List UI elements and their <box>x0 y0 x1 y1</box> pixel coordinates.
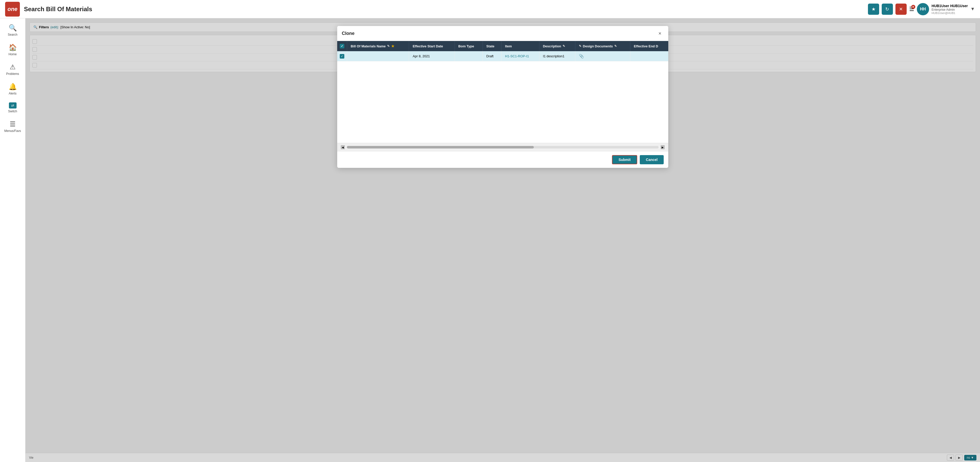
sidebar-item-label-search: Search <box>8 33 18 37</box>
menu-button[interactable]: ☰ ★ <box>909 6 914 13</box>
problems-icon: ⚠ <box>10 63 16 71</box>
col-header-state: State <box>483 41 501 51</box>
table-row: ✓ Apr 8, 2021 Draft H1-SC1-ROP-I1 I1 des… <box>337 51 668 61</box>
design-docs-edit-icon-left[interactable]: ✎ <box>579 44 581 48</box>
empty-area <box>337 61 668 143</box>
clone-modal: Clone × ✓ Bill <box>337 26 668 168</box>
home-icon: 🏠 <box>9 43 17 51</box>
sidebar-item-menus[interactable]: ☰ Menus/Favs <box>1 117 24 136</box>
user-info: HUB1User HUB1User Enterprise Admin HUB1U… <box>932 4 968 14</box>
sidebar-item-alerts[interactable]: 🔔 Alerts <box>1 80 24 98</box>
sidebar-item-home[interactable]: 🏠 Home <box>1 40 24 59</box>
main-layout: 🔍 Search 🏠 Home ⚠ Problems 🔔 Alerts ⇄ Sw… <box>0 18 980 462</box>
design-docs-edit-icon-right[interactable]: ✎ <box>614 44 617 48</box>
col-header-checkbox: ✓ <box>337 41 347 51</box>
search-icon: 🔍 <box>9 24 17 32</box>
sidebar-item-label-menus: Menus/Favs <box>4 129 21 133</box>
bom-name-edit-icon[interactable]: ✎ <box>387 44 390 48</box>
row-state: Draft <box>483 51 501 61</box>
modal-header: Clone × <box>337 26 668 41</box>
col-bom-name-label: Bill Of Materials Name <box>351 44 386 48</box>
sidebar-item-search[interactable]: 🔍 Search <box>1 21 24 40</box>
menus-icon: ☰ <box>10 120 16 128</box>
sidebar-item-label-switch: Switch <box>8 110 17 113</box>
sidebar-item-switch[interactable]: ⇄ Switch <box>1 99 24 116</box>
horizontal-scrollbar[interactable]: ◀ ▶ <box>337 143 668 151</box>
row-effective-end <box>630 51 668 61</box>
scroll-left-arrow[interactable]: ◀ <box>341 145 345 149</box>
col-header-effective-start: Effective Start Date <box>409 41 455 51</box>
modal-title: Clone <box>342 31 355 36</box>
modal-close-button[interactable]: × <box>656 30 664 37</box>
sidebar-item-label-home: Home <box>8 53 17 56</box>
user-dropdown-arrow[interactable]: ▼ <box>970 6 975 12</box>
item-link[interactable]: H1-SC1-ROP-I1 <box>505 54 529 58</box>
col-header-description: Description ✎ <box>539 41 575 51</box>
logo: one <box>5 2 20 17</box>
modal-footer: Submit Cancel <box>337 151 668 168</box>
attachment-icon: 📎 <box>579 54 584 58</box>
col-header-design-docs: ✎ Design Documents ✎ <box>575 41 630 51</box>
page-title: Search Bill Of Materials <box>24 6 92 13</box>
switch-icon: ⇄ <box>9 102 17 108</box>
col-header-bom-name: Bill Of Materials Name ✎ ★ <box>347 41 409 51</box>
row-checkbox-cell: ✓ <box>337 51 347 61</box>
sidebar-item-label-problems: Problems <box>6 72 19 76</box>
header-right: ★ ↻ ✕ ☰ ★ HH HUB1User HUB1User Enterpris… <box>868 3 975 15</box>
avatar: HH <box>917 3 929 15</box>
row-effective-start: Apr 8, 2021 <box>409 51 455 61</box>
description-edit-icon[interactable]: ✎ <box>563 44 565 48</box>
row-checkbox[interactable]: ✓ <box>340 54 344 59</box>
switch-icon-box: ⇄ <box>9 102 17 108</box>
top-header: one Search Bill Of Materials ★ ↻ ✕ ☰ ★ H… <box>0 0 980 18</box>
row-description: I1 description1 <box>539 51 575 61</box>
modal-body: ✓ Bill Of Materials Name ✎ ★ <box>337 41 668 151</box>
row-design-docs: 📎 <box>575 51 630 61</box>
content-area: 🔍 Filters (edit): [Show In Active: No] <box>25 18 980 462</box>
bom-name-star-icon[interactable]: ★ <box>391 44 395 48</box>
scroll-right-arrow[interactable]: ▶ <box>661 145 665 149</box>
menu-badge: ★ <box>911 5 915 9</box>
modal-overlay: Clone × ✓ Bill <box>25 18 980 462</box>
col-header-bom-type: Bom Type <box>455 41 483 51</box>
header-left: one Search Bill Of Materials <box>5 2 92 17</box>
scroll-thumb[interactable] <box>347 146 534 148</box>
sidebar-item-label-alerts: Alerts <box>9 92 17 95</box>
header-checkbox[interactable]: ✓ <box>340 44 344 48</box>
row-item: H1-SC1-ROP-I1 <box>501 51 539 61</box>
col-header-item: Item <box>501 41 539 51</box>
user-role: Enterprise Admin <box>932 8 968 11</box>
sidebar: 🔍 Search 🏠 Home ⚠ Problems 🔔 Alerts ⇄ Sw… <box>0 18 25 462</box>
star-button[interactable]: ★ <box>868 3 879 15</box>
submit-button[interactable]: Submit <box>612 155 637 164</box>
close-button[interactable]: ✕ <box>896 3 907 15</box>
row-bom-type <box>455 51 483 61</box>
row-bom-name <box>347 51 409 61</box>
clone-table: ✓ Bill Of Materials Name ✎ ★ <box>337 41 668 61</box>
col-header-effective-end: Effective End D <box>630 41 668 51</box>
user-name: HUB1User HUB1User <box>932 4 968 8</box>
refresh-button[interactable]: ↻ <box>882 3 893 15</box>
table-header-row: ✓ Bill Of Materials Name ✎ ★ <box>337 41 668 51</box>
alerts-icon: 🔔 <box>9 83 17 91</box>
user-email: HUB1User@HUB1 <box>932 11 968 14</box>
scroll-track[interactable] <box>347 146 659 148</box>
sidebar-item-problems[interactable]: ⚠ Problems <box>1 60 24 79</box>
cancel-button[interactable]: Cancel <box>640 155 664 164</box>
